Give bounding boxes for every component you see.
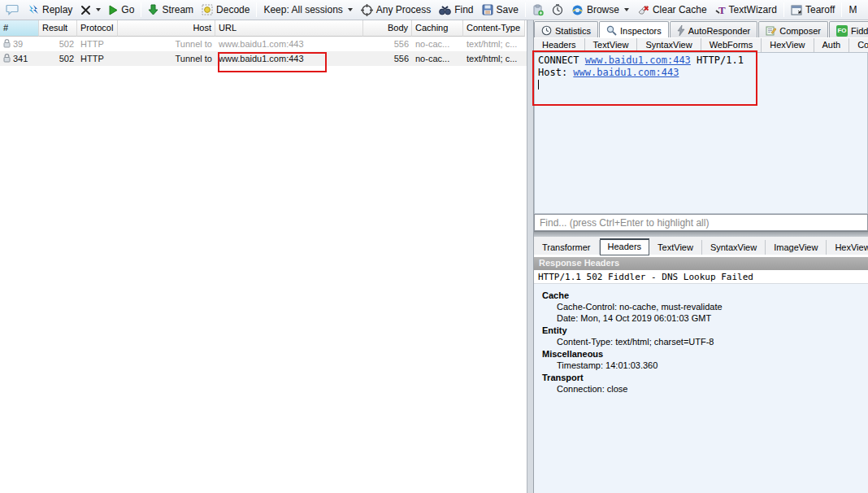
column-header-caching[interactable]: Caching: [412, 20, 463, 37]
textwizard-label: TextWizard: [729, 4, 777, 15]
main-toolbar: Replay Go Stream Decode Keep: All sessio…: [0, 0, 868, 20]
remove-sessions-button[interactable]: [76, 3, 105, 17]
clear-cache-label: Clear Cache: [653, 4, 707, 15]
stream-label: Stream: [162, 4, 193, 15]
request-tab-hexview[interactable]: HexView: [762, 38, 814, 52]
response-tab-textview[interactable]: TextView: [649, 240, 702, 255]
find-input[interactable]: Find... (press Ctrl+Enter to highlight a…: [534, 214, 868, 231]
decode-button[interactable]: Decode: [197, 2, 254, 17]
lock-icon: [3, 39, 11, 48]
tab-composer[interactable]: Composer: [758, 21, 828, 37]
header-section-transport[interactable]: Transport: [534, 371, 868, 383]
column-header-protocol[interactable]: Protocol: [77, 20, 118, 37]
header-section-miscellaneous[interactable]: Miscellaneous: [534, 347, 868, 360]
response-status-line: HTTP/1.1 502 Fiddler - DNS Lookup Failed: [534, 270, 868, 284]
panel-splitter[interactable]: [527, 20, 534, 493]
delete-dropdown-caret[interactable]: [96, 8, 101, 11]
keep-sessions-dropdown[interactable]: Keep: All sessions: [259, 2, 356, 17]
column-header-result[interactable]: Result: [39, 20, 77, 37]
inspector-tab-strip: Statistics Inspectors AutoResponder Comp…: [534, 21, 868, 37]
decode-label: Decode: [216, 4, 250, 15]
tab-inspectors[interactable]: Inspectors: [599, 21, 669, 37]
decode-icon: [202, 4, 213, 15]
truncated-toolbar-item[interactable]: M: [844, 2, 861, 17]
compose-icon: [766, 25, 776, 36]
lightning-icon: [677, 25, 685, 36]
response-tab-syntaxview[interactable]: SyntaxView: [702, 240, 766, 255]
request-caret-line: [538, 79, 867, 91]
toolbar-separator: [141, 2, 141, 17]
request-tab-cookies[interactable]: Co: [849, 38, 868, 52]
header-item[interactable]: Date: Mon, 14 Oct 2019 06:01:03 GMT: [534, 312, 868, 324]
delete-icon: [80, 5, 91, 15]
request-text-view[interactable]: CONNECT www.baidu1.com:443 HTTP/1.1Host:…: [534, 52, 868, 214]
header-item[interactable]: Content-Type: text/html; charset=UTF-8: [534, 336, 868, 347]
column-header-host[interactable]: Host: [118, 20, 215, 37]
request-response-splitter[interactable]: [534, 231, 868, 237]
tearoff-button[interactable]: Tearoff: [787, 2, 839, 17]
request-tab-webforms[interactable]: WebForms: [701, 38, 762, 52]
request-tab-syntaxview[interactable]: SyntaxView: [637, 38, 701, 52]
request-line-1: CONNECT www.baidu1.com:443 HTTP/1.1: [538, 55, 867, 67]
result-cell: 502: [39, 39, 77, 49]
header-section-cache[interactable]: Cache: [534, 289, 868, 301]
save-icon: [482, 4, 493, 15]
tab-statistics[interactable]: Statistics: [534, 21, 598, 37]
tab-autoresponder[interactable]: AutoResponder: [670, 21, 757, 37]
timer-button[interactable]: [548, 2, 567, 17]
comment-icon: [6, 4, 19, 15]
request-tab-auth[interactable]: Auth: [814, 38, 850, 52]
clock-icon: [541, 25, 552, 36]
any-process-label: Any Process: [376, 4, 431, 15]
text-cursor: [538, 80, 539, 89]
response-inspector-tab-strip: Transformer Headers TextView SyntaxView …: [534, 237, 868, 255]
tearoff-icon: [791, 5, 802, 15]
toolbar-separator: [783, 2, 784, 17]
session-row-39[interactable]: 39 502 HTTP Tunnel to www.baidu1.com:443…: [0, 37, 527, 51]
stream-button[interactable]: Stream: [144, 2, 197, 17]
chevron-down-icon: [624, 8, 629, 11]
textwizard-button[interactable]: T TextWizard: [711, 2, 781, 17]
toolbar-separator: [256, 2, 257, 17]
column-header-number[interactable]: #: [0, 20, 39, 37]
toolbar-separator: [525, 2, 526, 17]
attach-button[interactable]: [528, 2, 548, 18]
tab-fiddler-orchestra[interactable]: FO Fiddler: [829, 21, 868, 37]
any-process-button[interactable]: Any Process: [357, 2, 435, 18]
session-list-panel: # Result Protocol Host URL Body Caching …: [0, 20, 527, 493]
request-tab-headers[interactable]: Headers: [534, 38, 585, 52]
response-tab-transformer[interactable]: Transformer: [534, 240, 600, 255]
clear-cache-button[interactable]: Clear Cache: [633, 2, 711, 17]
header-item[interactable]: Timestamp: 14:01:03.360: [534, 360, 868, 371]
request-tab-textview[interactable]: TextView: [585, 38, 638, 52]
header-section-entity[interactable]: Entity: [534, 324, 868, 336]
column-header-body[interactable]: Body: [363, 20, 412, 37]
response-tab-hexview[interactable]: HexView: [827, 240, 868, 255]
response-tab-headers[interactable]: Headers: [600, 238, 650, 255]
header-item[interactable]: Connection: close: [534, 383, 868, 395]
replay-button[interactable]: Replay: [23, 2, 76, 17]
column-header-content-type[interactable]: Content-Type: [463, 20, 525, 37]
clipboard-icon: [532, 4, 544, 16]
header-item[interactable]: Cache-Control: no-cache, must-revalidate: [534, 301, 868, 312]
find-label: Find: [454, 4, 473, 15]
request-host-link[interactable]: www.baidu1.com:443: [573, 67, 679, 78]
timer-icon: [552, 4, 563, 15]
request-url-link[interactable]: www.baidu1.com:443: [585, 55, 691, 66]
session-number-cell: 39: [0, 39, 39, 49]
response-headers-tree: Cache Cache-Control: no-cache, must-reva…: [534, 284, 868, 493]
go-button[interactable]: Go: [105, 2, 138, 17]
session-row-341[interactable]: 341 502 HTTP Tunnel to www.baidu1.com:44…: [0, 51, 527, 66]
protocol-cell: HTTP: [77, 54, 118, 63]
response-tab-imageview[interactable]: ImageView: [766, 240, 827, 255]
save-button[interactable]: Save: [478, 2, 523, 17]
session-number-cell: 341: [0, 54, 39, 63]
column-header-url[interactable]: URL: [215, 20, 363, 37]
go-icon: [109, 5, 118, 15]
textwizard-icon: T: [715, 4, 726, 15]
find-icon: [439, 5, 451, 15]
find-button[interactable]: Find: [435, 2, 477, 17]
session-grid-header: # Result Protocol Host URL Body Caching …: [0, 20, 527, 37]
browse-button[interactable]: Browse: [567, 2, 633, 18]
comment-button[interactable]: [2, 2, 23, 17]
